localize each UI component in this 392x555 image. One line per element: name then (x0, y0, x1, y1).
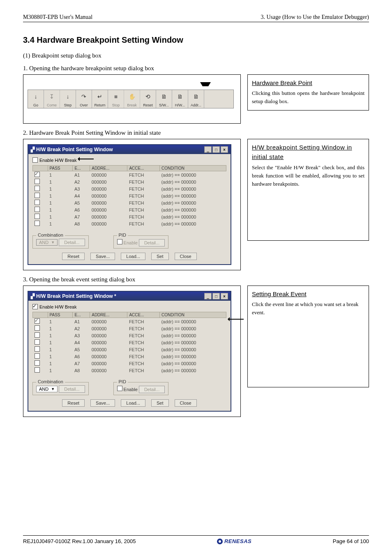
row-checkbox[interactable] (35, 214, 40, 219)
set-button[interactable]: Set (151, 399, 169, 407)
cell: 000000 (90, 206, 127, 213)
enable-hw-break-checkbox[interactable] (32, 157, 38, 163)
cell: 000000 (90, 346, 127, 353)
bp-title-text: ▞H/W Break Point Setting Window (31, 147, 113, 152)
load-button[interactable]: Load... (121, 253, 145, 260)
row-checkbox[interactable] (35, 332, 40, 338)
row-checkbox[interactable] (35, 367, 40, 373)
toolbar-btn-step[interactable]: ↓Step (60, 90, 76, 108)
toolbar-icon: 🗎 (193, 90, 199, 103)
toolbar-label: S/W... (159, 103, 169, 107)
cell: FETCH (127, 367, 160, 374)
cell: FETCH (127, 360, 160, 367)
row-checkbox[interactable] (35, 172, 40, 177)
reset-button[interactable]: Reset (62, 253, 85, 260)
table-row[interactable]: 1A5000000FETCH(addr) == 000000 (33, 346, 226, 353)
close-button[interactable]: Close (175, 399, 197, 407)
cell: FETCH (127, 185, 160, 192)
row-checkbox[interactable] (35, 318, 40, 324)
callout-arrow-down (200, 82, 211, 86)
col-header (33, 312, 48, 318)
reset-button[interactable]: Reset (62, 399, 85, 407)
maximize-icon[interactable]: □ (212, 146, 220, 153)
combination-group: CombinationAND▼ Detail... (32, 235, 89, 249)
toolbar-btn-go[interactable]: ↓Go (28, 90, 44, 108)
info1-title: Hardware Break Point (252, 78, 364, 88)
enable-hw-break-row[interactable]: Enable H/W Break (32, 157, 226, 163)
toolbar-btn-reset[interactable]: ⟲Reset (140, 90, 156, 108)
toolbar-screenshot: ↓Go↧Come↓Step↷Over↵Return■Stop✋Break⟲Res… (23, 74, 241, 124)
combination-combo[interactable]: AND▼ (36, 386, 58, 392)
enable-hw-break-checkbox[interactable] (32, 304, 38, 309)
toolbar-btn-stop: ■Stop (108, 90, 124, 108)
minimize-icon[interactable]: ‗ (204, 146, 212, 153)
toolbar-btn-sw[interactable]: 🗎S/W... (156, 90, 172, 108)
titlebar-buttons: ‗□× (204, 146, 228, 153)
row-checkbox[interactable] (35, 200, 40, 205)
toolbar-label: Break (127, 103, 137, 107)
toolbar-btn-over[interactable]: ↷Over (76, 90, 92, 108)
maximize-icon[interactable]: □ (212, 293, 220, 299)
save-button[interactable]: Save... (90, 253, 115, 260)
close-button[interactable]: Close (175, 253, 197, 260)
bp-footer-row: ResetSave...Load...SetClose (32, 253, 226, 260)
row-checkbox[interactable] (35, 186, 40, 191)
set-button[interactable]: Set (151, 253, 169, 260)
table-row[interactable]: 1A3000000FETCH(addr) == 000000 (33, 185, 226, 192)
table-row[interactable]: 1A5000000FETCH(addr) == 000000 (33, 199, 226, 206)
cell: A7 (73, 360, 90, 367)
row-checkbox[interactable] (35, 179, 40, 184)
table-row[interactable]: 1A4000000FETCH(addr) == 000000 (33, 192, 226, 199)
cell: (addr) == 000000 (159, 206, 226, 213)
toolbar-label: Addr... (191, 103, 201, 107)
close-icon[interactable]: × (221, 146, 228, 153)
toolbar-btn-hw[interactable]: 🗎H/W... (172, 90, 188, 108)
section-title: 3.4 Hardware Breakpoint Setting Window (23, 35, 369, 45)
row-checkbox[interactable] (35, 339, 40, 345)
save-button[interactable]: Save... (90, 399, 115, 407)
minimize-icon[interactable]: ‗ (204, 293, 212, 299)
table-row[interactable]: 1A7000000FETCH(addr) == 000000 (33, 360, 226, 367)
load-button[interactable]: Load... (121, 399, 145, 407)
row-checkbox[interactable] (35, 353, 40, 359)
table-row[interactable]: 1A1000000FETCH(addr) == 000000 (33, 318, 226, 325)
cell: 1 (48, 178, 73, 185)
table-row[interactable]: 1A1000000FETCH(addr) == 000000 (33, 171, 226, 179)
table-row[interactable]: 1A7000000FETCH(addr) == 000000 (33, 213, 226, 220)
table-row[interactable]: 1A8000000FETCH(addr) == 000000 (33, 367, 226, 374)
toolbar-btn-return[interactable]: ↵Return (92, 90, 108, 108)
enable-hw-break-row[interactable]: Enable H/W Break (32, 304, 226, 309)
row-checkbox[interactable] (35, 346, 40, 352)
table-row[interactable]: 1A2000000FETCH(addr) == 000000 (33, 325, 226, 332)
cell: (addr) == 000000 (159, 199, 226, 206)
bp-body: Enable H/W BreakPASSE...ADDRE...ACCE...C… (28, 301, 231, 411)
toolbar-icon: ↓ (35, 90, 37, 103)
table-row[interactable]: 1A2000000FETCH(addr) == 000000 (33, 178, 226, 185)
cell: FETCH (127, 192, 160, 199)
toolbar-label: Reset (143, 103, 153, 107)
close-icon[interactable]: × (221, 293, 228, 299)
pid-group: PID Enable Detail... (113, 382, 169, 395)
cell: 000000 (90, 325, 127, 332)
cell: FETCH (127, 346, 160, 353)
row-checkbox[interactable] (35, 325, 40, 331)
row-checkbox[interactable] (35, 193, 40, 198)
cell: 000000 (90, 339, 127, 346)
pid-enable-checkbox[interactable]: Enable (117, 387, 138, 392)
row-checkbox[interactable] (35, 207, 40, 212)
row-checkbox[interactable] (35, 360, 40, 366)
table-row[interactable]: 1A6000000FETCH(addr) == 000000 (33, 206, 226, 213)
table-row[interactable]: 1A6000000FETCH(addr) == 000000 (33, 353, 226, 360)
cell: 1 (48, 325, 73, 332)
toolbar-label: Stop (112, 103, 120, 107)
table-row[interactable]: 1A3000000FETCH(addr) == 000000 (33, 332, 226, 339)
cell: 1 (48, 185, 73, 192)
cell: A5 (73, 346, 90, 353)
toolbar-icon: ↵ (97, 90, 102, 103)
table-row[interactable]: 1A8000000FETCH(addr) == 000000 (33, 220, 226, 227)
col-header (33, 166, 48, 171)
toolbar-btn-addr[interactable]: 🗎Addr... (188, 90, 204, 108)
table-row[interactable]: 1A4000000FETCH(addr) == 000000 (33, 339, 226, 346)
row-checkbox[interactable] (35, 221, 40, 226)
cell: 1 (48, 353, 73, 360)
